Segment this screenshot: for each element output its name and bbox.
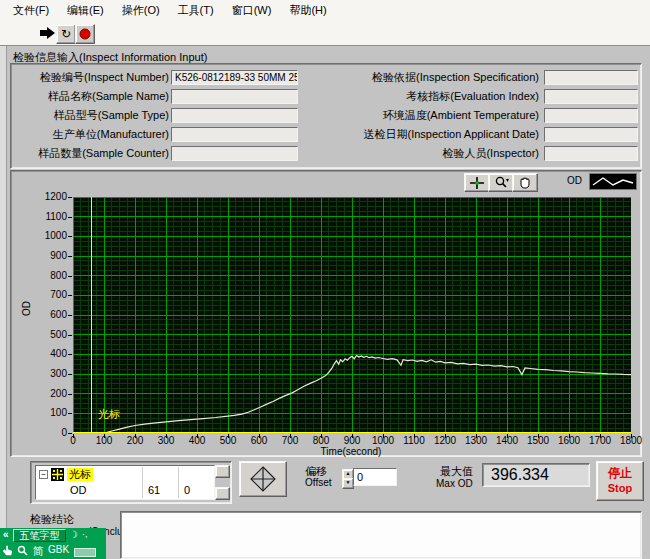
y-tick-label: 700 <box>29 289 67 301</box>
x-tick-mark <box>166 434 167 438</box>
cursor-list-scroll-up-icon[interactable] <box>215 465 230 478</box>
field-input-L-4[interactable] <box>171 146 298 161</box>
plot-legend-label: OD <box>567 175 582 186</box>
x-axis-title: Time(second) <box>251 446 451 457</box>
field-label-L-4: 样品数量(Sample Counter) <box>15 146 169 161</box>
stop-label-cn: 停止 <box>597 465 643 482</box>
y-tick-label: 600 <box>29 309 67 321</box>
x-tick-mark <box>631 434 632 438</box>
offset-label-en: Offset <box>305 477 332 488</box>
field-label-R-2: 环境温度(Ambient Temperature) <box>306 108 539 123</box>
y-tick-mark <box>68 276 72 277</box>
offset-input[interactable]: 0 <box>353 468 397 486</box>
x-tick-mark <box>383 434 384 438</box>
y-tick-mark <box>68 413 72 414</box>
y-tick-mark <box>68 197 72 198</box>
ime-toolbar[interactable]: « 五笔字型 ☽ ·, 简 GBK <box>0 528 106 559</box>
y-tick-label: 300 <box>29 368 67 380</box>
x-tick-mark <box>507 434 508 438</box>
cursor-list[interactable]: − 光标 OD 61 0 <box>35 465 215 500</box>
x-tick-mark <box>259 434 260 438</box>
field-input-L-3[interactable] <box>171 127 298 142</box>
menu-item-2[interactable]: 操作(O) <box>113 0 169 20</box>
x-tick-mark <box>321 434 322 438</box>
x-tick-mark <box>73 434 74 438</box>
x-tick-mark <box>228 434 229 438</box>
field-input-L-0[interactable]: K526-0812189-33 50MM 25KV <box>171 70 298 85</box>
field-input-R-0[interactable] <box>544 70 638 85</box>
x-tick-mark <box>538 434 539 438</box>
plot-legend-line-icon[interactable] <box>589 173 637 190</box>
zoom-tool-icon[interactable] <box>488 173 514 192</box>
cursor-series-label: OD <box>70 484 87 496</box>
max-od-label-en: Max OD <box>436 478 473 489</box>
x-tick-mark <box>135 434 136 438</box>
ime-input-style-button[interactable]: 五笔字型 <box>13 529 66 542</box>
max-od-display: 396.334 <box>482 463 590 487</box>
conclusion-textarea[interactable] <box>120 511 642 559</box>
menu-item-3[interactable]: 工具(T) <box>169 0 223 20</box>
field-label-L-2: 样品型号(Sample Type) <box>15 108 169 123</box>
menu-item-0[interactable]: 文件(F) <box>4 0 58 20</box>
stop-button[interactable]: 停止 Stop <box>596 461 644 501</box>
column-divider <box>142 467 143 498</box>
cursor-name[interactable]: 光标 <box>67 468 93 481</box>
run-arrow-icon[interactable] <box>38 24 56 42</box>
y-tick-mark <box>68 394 72 395</box>
ime-halfwidth-icon[interactable]: ☽ <box>69 529 78 540</box>
column-divider <box>178 467 179 498</box>
continuous-run-icon[interactable]: ↻ <box>56 24 76 44</box>
abort-icon[interactable] <box>75 24 95 44</box>
cursor-float-label[interactable]: 光标 <box>98 407 120 422</box>
x-tick-mark <box>197 434 198 438</box>
menu-item-5[interactable]: 帮助(H) <box>280 0 335 20</box>
cursor-list-scroll-down-icon[interactable] <box>215 487 230 500</box>
field-input-R-2[interactable] <box>544 108 638 123</box>
crosshair-tool-icon[interactable] <box>464 173 490 192</box>
field-input-R-4[interactable] <box>544 146 638 161</box>
max-od-label-cn: 最大值 <box>440 464 473 479</box>
field-label-R-0: 检验依据(Inspection Specification) <box>306 70 539 85</box>
cursor-legend-panel: − 光标 OD 61 0 <box>30 461 232 504</box>
ime-hand-icon[interactable] <box>2 545 13 558</box>
cycle-glyph: ↻ <box>61 28 71 40</box>
ime-charset-label[interactable]: GBK <box>48 544 69 555</box>
x-tick-mark <box>414 434 415 438</box>
cursor-move-pad[interactable] <box>239 461 287 497</box>
y-tick-mark <box>68 315 72 316</box>
x-tick-mark <box>445 434 446 438</box>
ime-simplified-icon[interactable]: 简 <box>33 544 44 559</box>
field-label-R-4: 检验人员(Inspector) <box>306 146 539 161</box>
y-tick-label: 1100 <box>29 211 67 223</box>
y-tick-label: 100 <box>29 407 67 419</box>
y-tick-mark <box>68 354 72 355</box>
cursor-y-value: 0 <box>184 484 190 496</box>
graph-panel: OD 光标 OD Time(second) 010020030040050060… <box>10 170 642 457</box>
field-input-L-1[interactable] <box>171 89 298 104</box>
cursor-style-icon[interactable] <box>51 468 64 483</box>
y-tick-label: 1000 <box>29 230 67 242</box>
field-input-R-1[interactable] <box>544 89 638 104</box>
y-tick-label: 1200 <box>29 191 67 203</box>
x-tick-mark <box>290 434 291 438</box>
field-input-R-3[interactable] <box>544 127 638 142</box>
pan-hand-tool-icon[interactable] <box>512 173 538 192</box>
ime-collapse-icon[interactable]: « <box>3 529 9 540</box>
menu-bar: 文件(F)编辑(E)操作(O)工具(T)窗口(W)帮助(H) <box>0 0 650 20</box>
y-tick-mark <box>68 374 72 375</box>
panel-left-edge <box>0 46 7 528</box>
tree-collapse-icon[interactable]: − <box>39 470 48 479</box>
y-tick-label: 200 <box>29 388 67 400</box>
menu-item-1[interactable]: 编辑(E) <box>58 0 113 20</box>
application-window: 文件(F)编辑(E)操作(O)工具(T)窗口(W)帮助(H) ↻ 检验信息输入(… <box>0 0 650 559</box>
menu-item-4[interactable]: 窗口(W) <box>223 0 281 20</box>
waveform-plot[interactable]: 光标 <box>73 197 631 433</box>
x-tick-mark <box>600 434 601 438</box>
field-input-L-2[interactable] <box>171 108 298 123</box>
ime-magnifier-icon[interactable] <box>17 545 28 558</box>
y-tick-mark <box>68 217 72 218</box>
ime-keyboard-icon[interactable] <box>74 548 96 557</box>
x-tick-mark <box>352 434 353 438</box>
ime-punctuation-icon[interactable]: ·, <box>82 529 88 539</box>
field-label-L-1: 样品名称(Sample Name) <box>15 89 169 104</box>
